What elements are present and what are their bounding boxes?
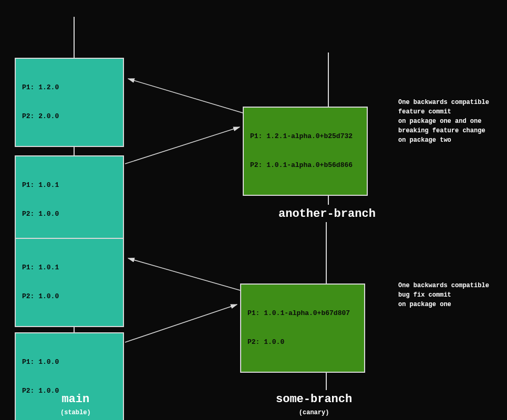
pkg-line: P1: 1.0.1-alpha.0+b67d807 <box>247 309 358 318</box>
branch-title: main <box>60 393 91 406</box>
pkg-line: P1: 1.2.1-alpha.0+b25d732 <box>250 132 360 141</box>
another-branch-annotation: One backwards compatible feature commit … <box>398 98 489 145</box>
pkg-line: P1: 1.0.0 <box>22 358 117 367</box>
main-branch-label: main (stable) <box>60 393 91 416</box>
some-branch-label: some-branch (canary) <box>276 393 352 416</box>
pkg-line: P1: 1.0.1 <box>22 263 117 272</box>
diagram-canvas: P1: 1.2.0 P2: 2.0.0 P1: 1.0.1 P2: 1.0.0 … <box>0 0 507 420</box>
another-branch-commit-node: P1: 1.2.1-alpha.0+b25d732 P2: 1.0.1-alph… <box>243 107 368 196</box>
arrow-branch-another <box>125 127 240 164</box>
pkg-line: P2: 1.0.0 <box>22 209 117 219</box>
pkg-line: P2: 1.0.1-alpha.0+b56d866 <box>250 161 360 170</box>
arrow-branch-some <box>125 304 237 342</box>
arrow-merge-some-top <box>128 258 240 290</box>
main-commit-node-1: P1: 1.0.1 P2: 1.0.0 <box>15 155 124 245</box>
pkg-line: P1: 1.2.0 <box>22 83 117 92</box>
main-commit-node-2: P1: 1.0.1 P2: 1.0.0 <box>15 238 124 327</box>
branch-title: another-branch <box>278 207 376 220</box>
some-branch-annotation: One backwards compatible bug fix commit … <box>398 281 489 309</box>
main-commit-node-0: P1: 1.2.0 P2: 2.0.0 <box>15 58 124 147</box>
branch-sublabel: (canary) <box>276 409 352 416</box>
some-branch-commit-node: P1: 1.0.1-alpha.0+b67d807 P2: 1.0.0 <box>240 284 365 373</box>
another-branch-label: another-branch <box>278 207 376 220</box>
branch-title: some-branch <box>276 393 352 406</box>
arrow-merge-another-top <box>128 79 243 113</box>
pkg-line: P2: 1.0.0 <box>22 292 117 301</box>
branch-sublabel: (stable) <box>60 409 91 416</box>
pkg-line: P1: 1.0.1 <box>22 181 117 190</box>
pkg-line: P2: 2.0.0 <box>22 112 117 121</box>
pkg-line: P2: 1.0.0 <box>247 338 358 347</box>
